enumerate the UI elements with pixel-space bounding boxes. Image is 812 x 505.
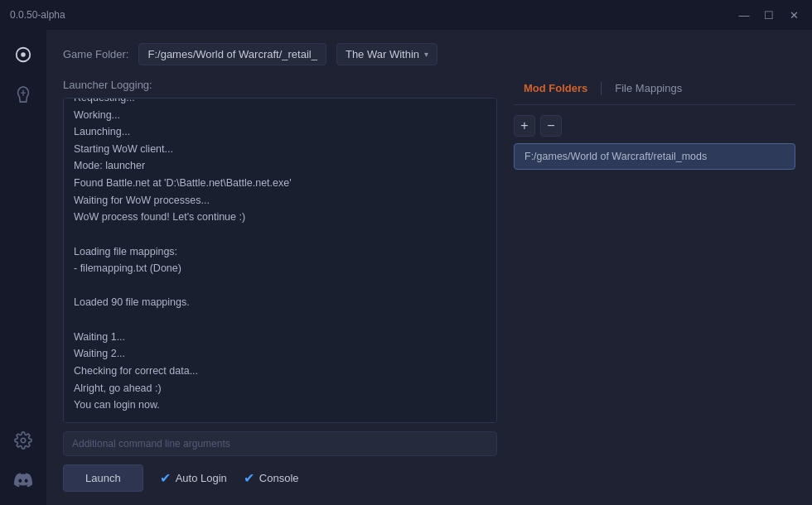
sidebar (0, 30, 46, 505)
game-folder-row: Game Folder: F:/games/World of Warcraft/… (63, 43, 795, 65)
console-check-icon: ✔ (244, 470, 254, 486)
right-column: Mod Folders File Mappings + − F:/games/W… (514, 79, 795, 492)
maximize-button[interactable]: ☐ (757, 5, 781, 25)
two-col-layout: Launcher Logging: Client LauncherVersion… (63, 79, 795, 492)
add-folder-button[interactable]: + (514, 115, 535, 137)
sidebar-item-settings[interactable] (7, 424, 40, 457)
auto-login-check-icon: ✔ (160, 470, 171, 486)
cmd-args-input[interactable] (63, 431, 497, 456)
console-checkbox[interactable]: ✔ Console (244, 470, 299, 486)
console-label: Console (259, 472, 299, 484)
folder-item[interactable]: F:/games/World of Warcraft/retail_mods (514, 143, 795, 170)
content-area: Game Folder: F:/games/World of Warcraft/… (46, 30, 812, 505)
sidebar-item-launcher[interactable] (7, 78, 40, 111)
auto-login-label: Auto Login (176, 472, 227, 484)
game-folder-path[interactable]: F:/games/World of Warcraft/_retail_ (138, 43, 326, 65)
launch-button[interactable]: Launch (63, 464, 143, 492)
tabs-row: Mod Folders File Mappings (514, 79, 795, 105)
remove-folder-button[interactable]: − (540, 115, 562, 137)
tab-mod-folders[interactable]: Mod Folders (514, 79, 597, 98)
titlebar-title: 0.0.50-alpha (10, 9, 65, 21)
launcher-logging-label: Launcher Logging: (63, 79, 497, 91)
chevron-down-icon: ▾ (424, 50, 428, 59)
svg-point-1 (21, 52, 26, 57)
auto-login-checkbox[interactable]: ✔ Auto Login (160, 470, 227, 486)
close-button[interactable]: ✕ (782, 5, 805, 25)
log-box[interactable]: Client LauncherVersion: 0.1.6.1Requestin… (63, 98, 497, 423)
titlebar: 0.0.50-alpha — ☐ ✕ (0, 0, 812, 30)
tab-divider (601, 82, 602, 95)
left-column: Launcher Logging: Client LauncherVersion… (63, 79, 497, 492)
bottom-bar: Launch ✔ Auto Login ✔ Console (63, 464, 497, 492)
minimize-button[interactable]: — (732, 5, 756, 25)
game-folder-label: Game Folder: (63, 48, 128, 60)
svg-point-5 (21, 438, 26, 443)
main-layout: Game Folder: F:/games/World of Warcraft/… (0, 30, 812, 505)
game-version-dropdown[interactable]: The War Within ▾ (336, 43, 437, 65)
sidebar-bottom (7, 424, 40, 497)
folder-list: F:/games/World of Warcraft/retail_mods (514, 143, 795, 492)
sidebar-item-discord[interactable] (7, 464, 40, 497)
tab-file-mappings[interactable]: File Mappings (605, 79, 692, 98)
game-version-label: The War Within (346, 48, 419, 60)
sidebar-item-home[interactable] (7, 38, 40, 71)
folder-toolbar: + − (514, 115, 795, 137)
titlebar-controls: — ☐ ✕ (732, 5, 805, 25)
